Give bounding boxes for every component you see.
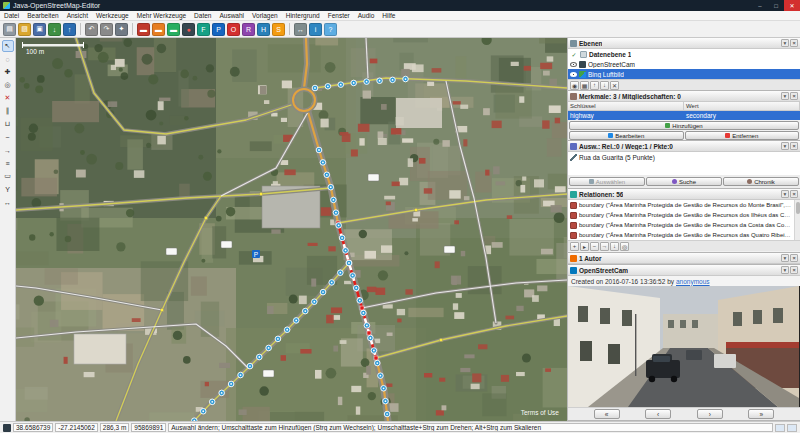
upload-icon[interactable]: ↑ xyxy=(63,23,76,36)
extrude-tool-icon[interactable]: ⊔ xyxy=(2,118,14,130)
show-hide-layer-button[interactable]: ◉ xyxy=(570,81,579,90)
panel-sticky-icon[interactable]: ▾ xyxy=(781,39,789,47)
measure-icon[interactable]: ↔ xyxy=(294,23,307,36)
menu-audio[interactable]: Audio xyxy=(354,11,379,20)
redo-icon[interactable]: ↷ xyxy=(100,23,113,36)
photo-author-link[interactable]: anonymous xyxy=(676,278,710,285)
improve-accuracy-tool-icon[interactable]: ~ xyxy=(2,131,14,143)
layer-row-datenebene-1[interactable]: ✓Datenebene 1 xyxy=(568,49,800,59)
add-tag-button[interactable]: Hinzufügen xyxy=(569,121,799,130)
panel-close-icon[interactable]: × xyxy=(790,142,798,150)
history-button[interactable]: Chronik xyxy=(723,177,799,186)
zoom-tool-icon[interactable]: ◎ xyxy=(2,79,14,91)
fuel-station-icon[interactable]: F xyxy=(197,23,210,36)
maximize-button[interactable]: □ xyxy=(768,0,784,11)
relation-row[interactable]: boundary ("Área Marinha Protegida de Ges… xyxy=(568,220,800,230)
layer-row-openstreetcam[interactable]: OpenStreetCam xyxy=(568,59,800,69)
preferences-icon[interactable]: ✦ xyxy=(115,23,128,36)
new-layer-icon[interactable]: ▤ xyxy=(3,23,16,36)
orthogonalize-tool-icon[interactable]: ▭ xyxy=(2,170,14,182)
menu-fenster[interactable]: Fenster xyxy=(324,11,354,20)
tram-preset-icon[interactable]: ▬ xyxy=(167,23,180,36)
new-relation-button[interactable]: + xyxy=(570,242,579,251)
menu-werkzeuge[interactable]: Werkzeuge xyxy=(92,11,133,20)
panel-close-icon[interactable]: × xyxy=(790,254,798,262)
download-status-icon[interactable] xyxy=(775,424,785,432)
first-photo-button[interactable]: « xyxy=(594,409,620,419)
save-icon[interactable]: ▣ xyxy=(33,23,46,36)
panel-sticky-icon[interactable]: ▾ xyxy=(781,92,789,100)
scrollbar[interactable] xyxy=(794,200,800,240)
active-layer-check-icon[interactable]: ✓ xyxy=(570,51,578,57)
minimize-button[interactable]: – xyxy=(752,0,768,11)
move-layer-up-button[interactable]: ↑ xyxy=(590,81,599,90)
hotel-icon[interactable]: H xyxy=(257,23,270,36)
measure-tool-icon[interactable]: ↔ xyxy=(2,196,14,208)
titlebar[interactable]: Java-OpenStreetMap-Editor – □ ✕ xyxy=(0,0,800,11)
previous-photo-button[interactable]: ‹ xyxy=(645,409,671,419)
select-tool-icon[interactable]: ↖ xyxy=(2,40,14,52)
parallel-way-tool-icon[interactable]: ∥ xyxy=(2,105,14,117)
selection-item[interactable]: Rua da Guarita (5 Punkte) xyxy=(568,152,800,162)
close-button[interactable]: ✕ xyxy=(784,0,800,11)
delete-relation-button[interactable]: − xyxy=(590,242,599,251)
follow-line-tool-icon[interactable]: → xyxy=(2,144,14,156)
relation-row[interactable]: boundary ("Área Marinha Protegida de Ges… xyxy=(568,210,800,220)
menu-bearbeiten[interactable]: Bearbeiten xyxy=(23,11,62,20)
lasso-tool-icon[interactable]: ◌ xyxy=(2,53,14,65)
menu-mehr-werkzeuge[interactable]: Mehr Werkzeuge xyxy=(133,11,190,20)
draw-node-tool-icon[interactable]: ✚ xyxy=(2,66,14,78)
delete-layer-button[interactable]: ✕ xyxy=(610,81,619,90)
panel-close-icon[interactable]: × xyxy=(790,190,798,198)
select-button[interactable]: Auswählen xyxy=(569,177,645,186)
panel-sticky-icon[interactable]: ▾ xyxy=(781,190,789,198)
relation-row[interactable]: boundary ("Área Marinha Protegida de Ges… xyxy=(568,200,800,210)
select-relation-members-button[interactable]: → xyxy=(600,242,609,251)
delete-tool-icon[interactable]: ✕ xyxy=(2,92,14,104)
scrollbar-thumb[interactable] xyxy=(796,202,800,214)
info-icon[interactable]: i xyxy=(309,23,322,36)
traffic-light-icon[interactable]: ● xyxy=(182,23,195,36)
street-photo[interactable] xyxy=(568,286,800,407)
panel-sticky-icon[interactable]: ▾ xyxy=(781,254,789,262)
layer-opacity-button[interactable]: ▦ xyxy=(580,81,589,90)
open-icon[interactable]: ▨ xyxy=(18,23,31,36)
move-layer-down-button[interactable]: ↓ xyxy=(600,81,609,90)
edit-tag-button[interactable]: Bearbeiten xyxy=(569,131,684,140)
layer-visibility-eye-icon[interactable] xyxy=(570,62,577,67)
help-icon[interactable]: ? xyxy=(324,23,337,36)
menu-vorlagen[interactable]: Vorlagen xyxy=(248,11,282,20)
menu-hintergrund[interactable]: Hintergrund xyxy=(282,11,324,20)
download-relation-members-button[interactable]: ↓ xyxy=(610,242,619,251)
speed-limit-icon[interactable]: O xyxy=(227,23,240,36)
map-canvas[interactable]: P100 mTerms of Use xyxy=(16,38,567,421)
progress-status-icon[interactable] xyxy=(787,424,797,432)
download-icon[interactable]: ↓ xyxy=(48,23,61,36)
tag-row-highway[interactable]: highway secondary xyxy=(568,111,800,120)
align-nodes-tool-icon[interactable]: ≡ xyxy=(2,157,14,169)
car-preset-icon[interactable]: ▬ xyxy=(137,23,150,36)
panel-close-icon[interactable]: × xyxy=(790,39,798,47)
layer-visibility-eye-icon[interactable] xyxy=(570,72,577,77)
menu-hilfe[interactable]: Hilfe xyxy=(378,11,399,20)
panel-close-icon[interactable]: × xyxy=(790,266,798,274)
panel-sticky-icon[interactable]: ▾ xyxy=(781,266,789,274)
menu-daten[interactable]: Daten xyxy=(190,11,215,20)
restaurant-icon[interactable]: R xyxy=(242,23,255,36)
relation-row[interactable]: boundary ("Área Marinha Protegida de Ges… xyxy=(568,230,800,240)
bus-preset-icon[interactable]: ▬ xyxy=(152,23,165,36)
panel-close-icon[interactable]: × xyxy=(790,92,798,100)
shop-icon[interactable]: S xyxy=(272,23,285,36)
next-photo-button[interactable]: › xyxy=(697,409,723,419)
split-way-tool-icon[interactable]: Y xyxy=(2,183,14,195)
parking-icon[interactable]: P xyxy=(212,23,225,36)
edit-relation-button[interactable]: ▸ xyxy=(580,242,589,251)
delete-tag-button[interactable]: Entfernen xyxy=(685,131,800,140)
panel-sticky-icon[interactable]: ▾ xyxy=(781,142,789,150)
menu-auswahl[interactable]: Auswahl xyxy=(215,11,248,20)
menu-ansicht[interactable]: Ansicht xyxy=(63,11,92,20)
layer-row-bing-luftbild[interactable]: Bing Luftbild xyxy=(568,69,800,79)
last-photo-button[interactable]: » xyxy=(748,409,774,419)
undo-icon[interactable]: ↶ xyxy=(85,23,98,36)
search-relation-button[interactable]: ◎ xyxy=(620,242,629,251)
